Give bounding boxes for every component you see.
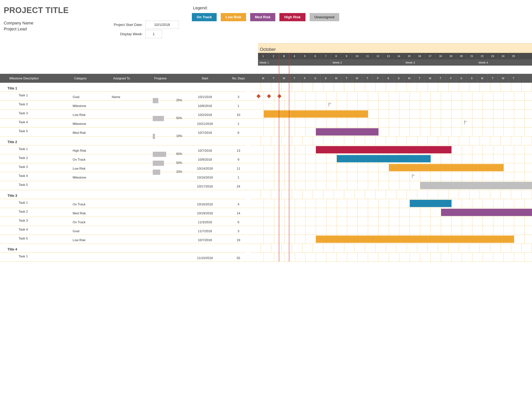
- task-category: On Track: [73, 219, 112, 224]
- timeline-cell: [462, 226, 472, 235]
- dow-cell: M: [331, 74, 342, 83]
- timeline-cell: [253, 253, 264, 262]
- dow-cell: T: [414, 74, 425, 83]
- timeline-cell: [493, 92, 504, 100]
- date-cell: 1: [258, 53, 268, 59]
- timeline-cell: [347, 101, 358, 109]
- dow-cell: S: [321, 74, 331, 83]
- timeline-cell: [524, 92, 532, 100]
- timeline-cell: [376, 83, 386, 91]
- timeline-cell: [285, 154, 295, 163]
- timeline-cell: [295, 235, 305, 244]
- task-assigned: [112, 158, 153, 160]
- task-assigned: [112, 212, 153, 213]
- timeline-cell: [358, 92, 368, 100]
- task-timeline: [253, 163, 532, 172]
- timeline-cell: [358, 199, 368, 208]
- timeline-cell: [501, 137, 511, 145]
- week-cell: Week 4: [477, 59, 532, 66]
- timeline-cell: [452, 217, 462, 226]
- timeline-cell: [399, 181, 410, 190]
- timeline-cell: [504, 163, 514, 172]
- timeline-cell: [305, 235, 316, 244]
- timeline-cell: [420, 101, 431, 109]
- dow-cell: W: [498, 74, 508, 83]
- timeline-cell: [431, 226, 441, 235]
- timeline-cell: [344, 83, 355, 91]
- timeline-cell: [511, 83, 522, 91]
- timeline-cell: [326, 217, 337, 226]
- timeline-cell: [514, 226, 524, 235]
- timeline-cell: [399, 172, 410, 181]
- timeline-cell: [334, 137, 344, 145]
- timeline-cell: [253, 154, 264, 163]
- timeline-cell: [355, 83, 365, 91]
- task-category: High Risk: [73, 147, 112, 153]
- timeline-cell: [379, 163, 389, 172]
- task-name: Task 2: [0, 102, 73, 108]
- timeline-cell: [469, 244, 480, 253]
- timeline-cell: [514, 172, 524, 181]
- timeline-cell: [483, 226, 493, 235]
- task-days: 3: [224, 93, 253, 99]
- timeline-cell: [462, 172, 472, 181]
- timeline-cell: [316, 118, 326, 127]
- dow-cell: S: [456, 74, 467, 83]
- timeline-cell: [305, 253, 316, 262]
- task-row: Task 1On Track10/16/20184: [0, 199, 532, 208]
- timeline-cell: [334, 244, 344, 253]
- timeline-cell: [264, 154, 274, 163]
- task-category: Low Risk: [73, 111, 112, 117]
- start-date-input[interactable]: 10/1/2018: [145, 21, 179, 29]
- timeline-cell: [326, 118, 337, 127]
- timeline-cell: [420, 172, 431, 181]
- timeline-cell: [410, 101, 420, 109]
- timeline-cell: [501, 83, 511, 91]
- task-days: 24: [224, 183, 253, 188]
- section-title: Title 4: [0, 247, 17, 253]
- timeline-cell: [337, 118, 347, 127]
- timeline-cell: [522, 244, 532, 253]
- timeline-cell: [250, 83, 261, 91]
- date-cell: 10: [352, 53, 362, 59]
- timeline-cell: [305, 172, 316, 181]
- date-cell: 4: [289, 53, 300, 59]
- timeline-cell: [504, 110, 514, 118]
- timeline-cell: [514, 154, 524, 163]
- timeline-cell: [522, 83, 532, 91]
- task-category: Goal: [73, 93, 112, 99]
- task-row: Task 1High Risk60%10/7/201813: [0, 145, 532, 154]
- timeline-cell: [316, 181, 326, 190]
- display-week-input[interactable]: 1: [145, 30, 162, 38]
- timeline-cell: [483, 145, 493, 154]
- timeline-cell: [316, 253, 326, 262]
- timeline-cell: [271, 244, 282, 253]
- timeline-cell: [264, 118, 274, 127]
- task-timeline: [253, 199, 532, 208]
- timeline-cell: [410, 208, 420, 217]
- timeline-cell: [344, 190, 355, 199]
- timeline-cell: [264, 172, 274, 181]
- timeline-cell: [389, 110, 399, 118]
- timeline-cell: [295, 101, 305, 109]
- date-cell: 7: [321, 53, 331, 59]
- timeline-cell: [462, 101, 472, 109]
- task-category: [73, 185, 112, 186]
- timeline-cell: [522, 190, 532, 199]
- timeline-cell: [493, 127, 504, 136]
- task-assigned: [112, 220, 153, 222]
- timeline-cell: [452, 172, 462, 181]
- timeline-cell: [452, 127, 462, 136]
- timeline-cell: [379, 226, 389, 235]
- timeline-cell: [462, 92, 472, 100]
- timeline-cell: [490, 83, 501, 91]
- timeline-cell: [264, 217, 274, 226]
- task-timeline: [253, 154, 532, 163]
- task-name: Task 2: [0, 210, 73, 215]
- date-cell: 6: [310, 53, 321, 59]
- timeline-cell: [274, 172, 285, 181]
- timeline-cell: [511, 137, 522, 145]
- legend-unassigned: Unassigned: [310, 13, 339, 21]
- week-cell: Week 1: [258, 59, 331, 66]
- timeline-cell: [472, 226, 483, 235]
